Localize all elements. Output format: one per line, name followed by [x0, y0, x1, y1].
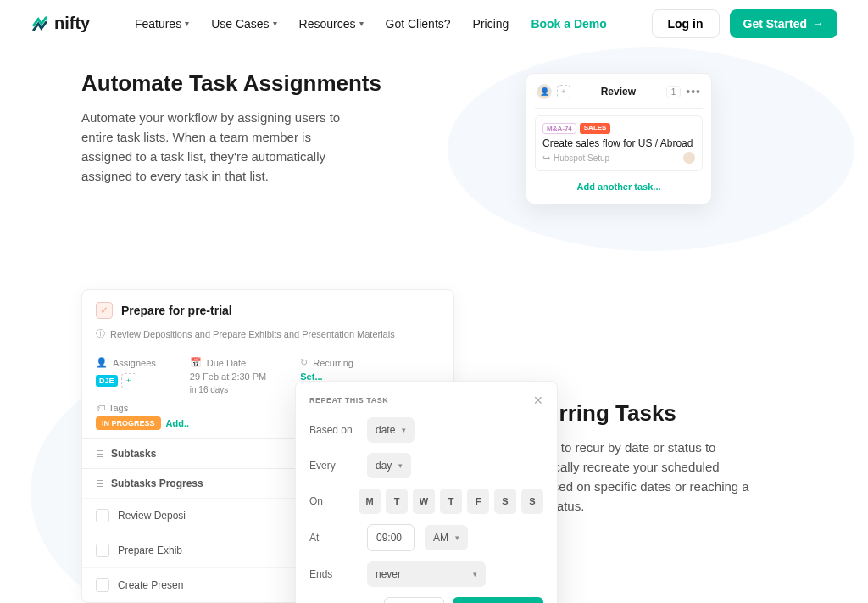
day-sat[interactable]: S: [494, 489, 516, 514]
checkbox[interactable]: [96, 544, 109, 557]
column-title: Review: [576, 86, 661, 98]
chevron-down-icon: ▾: [455, 533, 459, 542]
nav-pricing[interactable]: Pricing: [473, 17, 509, 31]
header-actions: Log in Get Started→: [652, 9, 837, 38]
link-icon: ↪: [542, 153, 550, 164]
list-icon: ☰: [96, 478, 104, 489]
automate-title: Automate Task Assignments: [81, 70, 417, 98]
user-icon: 👤: [96, 357, 108, 368]
set-recurring-button[interactable]: Set recurring: [453, 597, 543, 603]
logo-icon: [31, 14, 49, 33]
automate-text: Automate Task Assignments Automate your …: [81, 64, 417, 187]
ampm-select[interactable]: AM▾: [425, 525, 468, 550]
day-wed[interactable]: W: [413, 489, 435, 514]
task-label-tag: SALES: [580, 123, 611, 134]
avatar: 👤: [537, 84, 552, 99]
day-mon[interactable]: M: [359, 489, 381, 514]
recurring-visual: ✓ Prepare for pre-trial ⓘReview Depositi…: [81, 289, 454, 603]
day-selector: M T W T F S S: [359, 489, 543, 514]
nav-book-demo[interactable]: Book a Demo: [531, 17, 606, 31]
assignees-meta: 👤Assignees DJE +: [96, 357, 156, 394]
checkbox[interactable]: [96, 509, 109, 522]
add-assignee-icon[interactable]: +: [557, 85, 570, 98]
automate-desc: Automate your workflow by assigning user…: [81, 108, 353, 187]
task-subtitle: ⓘReview Depositions and Prepare Exhibits…: [82, 324, 453, 350]
get-started-button[interactable]: Get Started→: [730, 9, 837, 38]
nav-resources[interactable]: Resources▾: [299, 17, 364, 31]
login-button[interactable]: Log in: [652, 9, 720, 38]
task-avatar: [683, 152, 695, 164]
based-on-select[interactable]: date▾: [367, 417, 415, 443]
day-sun[interactable]: S: [521, 489, 543, 514]
calendar-icon: 📅: [190, 357, 202, 368]
chevron-down-icon: ▾: [473, 570, 477, 578]
chevron-down-icon: ▾: [398, 461, 403, 470]
list-icon: ☰: [96, 449, 104, 460]
add-assignee-button[interactable]: +: [121, 373, 136, 388]
repeat-task-popover: REPEAT THIS TASK ✕ Based on date▾ Every …: [295, 381, 558, 603]
task-checkbox[interactable]: ✓: [96, 302, 113, 319]
kanban-column: 👤 + Review 1 ••• M&A-74 SALES Create sal…: [526, 73, 712, 204]
primary-nav: Features▾ Use Cases▾ Resources▾ Got Clie…: [135, 17, 607, 31]
chevron-down-icon: ▾: [273, 19, 277, 28]
info-icon: ⓘ: [96, 327, 105, 340]
column-header: 👤 + Review 1 •••: [535, 82, 703, 109]
site-header: nifty Features▾ Use Cases▾ Resources▾ Go…: [0, 0, 868, 47]
task-id-tag: M&A-74: [542, 123, 576, 134]
ends-select[interactable]: never▾: [367, 561, 486, 587]
chevron-down-icon: ▾: [402, 426, 406, 434]
task-subtitle: ↪Hubspot Setup: [542, 153, 695, 164]
day-tue[interactable]: T: [386, 489, 408, 514]
cancel-button[interactable]: Cancel: [384, 597, 444, 603]
day-thu[interactable]: T: [440, 489, 462, 514]
nav-features[interactable]: Features▾: [135, 17, 189, 31]
popover-title: REPEAT THIS TASK: [309, 396, 388, 405]
count-badge: 1: [666, 86, 682, 98]
due-date-meta: 📅Due Date 29 Feb at 2:30 PM in 16 days: [190, 357, 267, 394]
time-input[interactable]: [367, 524, 415, 551]
add-task-button[interactable]: Add another task...: [535, 178, 703, 195]
automate-visual: 👤 + Review 1 ••• M&A-74 SALES Create sal…: [451, 64, 787, 204]
close-icon[interactable]: ✕: [533, 394, 543, 407]
checkbox[interactable]: [96, 578, 109, 592]
chevron-down-icon: ▾: [185, 19, 189, 28]
tag-icon: 🏷: [96, 403, 105, 413]
logo[interactable]: nifty: [31, 14, 90, 33]
status-tag: IN PROGRESS: [96, 416, 161, 430]
add-tag-link[interactable]: Add..: [166, 418, 190, 428]
day-fri[interactable]: F: [467, 489, 489, 514]
nav-got-clients[interactable]: Got Clients?: [386, 17, 451, 31]
repeat-icon: ↻: [300, 357, 308, 368]
recurring-section: ✓ Prepare for pre-trial ⓘReview Depositi…: [0, 238, 868, 603]
task-title: Prepare for pre-trial: [121, 304, 232, 317]
logo-text: nifty: [54, 14, 90, 33]
task-title: Create sales flow for US / Abroad: [542, 137, 695, 149]
every-select[interactable]: day▾: [367, 453, 411, 478]
more-icon[interactable]: •••: [686, 85, 701, 98]
arrow-right-icon: →: [812, 17, 824, 31]
chevron-down-icon: ▾: [359, 19, 364, 28]
assignee-badge: DJE: [96, 375, 118, 387]
automate-section: Automate Task Assignments Automate your …: [0, 47, 868, 238]
nav-use-cases[interactable]: Use Cases▾: [211, 17, 276, 31]
task-card[interactable]: M&A-74 SALES Create sales flow for US / …: [535, 115, 703, 171]
